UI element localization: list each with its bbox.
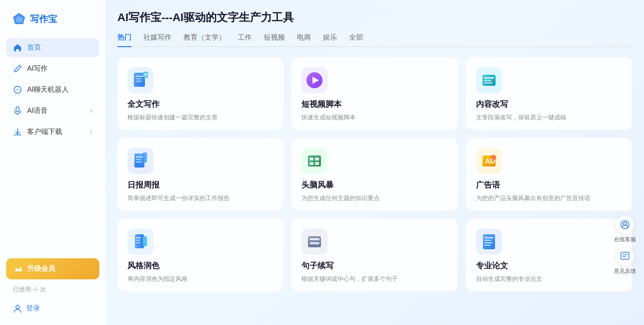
tab-entertainment[interactable]: 娱乐 xyxy=(323,33,337,47)
svg-rect-44 xyxy=(309,238,319,240)
tab-work[interactable]: 工作 xyxy=(238,33,252,47)
chevron-right-icon: › xyxy=(90,107,92,114)
card-icon-rewrite xyxy=(476,67,502,93)
user-icon xyxy=(13,304,22,313)
login-label: 登录 xyxy=(26,304,40,313)
sidebar-item-ai-voice-label: AI语音 xyxy=(27,106,48,115)
card-ad-desc: 为您的产品头脑风暴出有创意的广告宣传语 xyxy=(476,194,622,203)
card-content-rewrite[interactable]: 内容改写 文章段落改写，保留原义一键成稿 xyxy=(466,57,632,130)
card-ad-title: 广告语 xyxy=(476,180,622,191)
online-service-button[interactable]: 在线客服 xyxy=(612,216,638,243)
crown-icon xyxy=(14,264,23,273)
svg-rect-46 xyxy=(483,234,495,249)
sidebar-item-home[interactable]: 首页 xyxy=(6,38,99,57)
cards-grid: 全文写作 根据标题快速创建一篇完整的文章 短视频脚本 快速生成短视频脚本 xyxy=(117,57,632,291)
svg-point-4 xyxy=(16,89,17,90)
card-short-video-desc: 快速生成短视频脚本 xyxy=(301,113,447,122)
tab-social[interactable]: 社媒写作 xyxy=(143,33,172,47)
card-icon-brainstorm xyxy=(301,148,328,174)
card-paper-title: 专业论文 xyxy=(476,261,622,271)
voice-icon xyxy=(13,106,22,115)
login-button[interactable]: 登录 xyxy=(6,300,99,317)
svg-rect-21 xyxy=(484,77,494,79)
online-service-label: 在线客服 xyxy=(614,236,636,243)
card-brainstorm[interactable]: 头脑风暴 为您生成任何主题的知识要点 xyxy=(291,138,457,211)
card-style-title: 风格润色 xyxy=(127,261,273,271)
svg-text:!: ! xyxy=(492,156,494,160)
sidebar-item-download[interactable]: 客户端下载 › xyxy=(6,122,99,141)
card-ad-copy[interactable]: AD ! 广告语 为您的产品头脑风暴出有创意的广告宣传语 xyxy=(466,138,632,211)
card-short-video-script[interactable]: 短视频脚本 快速生成短视频脚本 xyxy=(291,57,457,130)
tab-education[interactable]: 教育（文学） xyxy=(184,33,226,47)
float-panel: 在线客服 意见反馈 xyxy=(612,216,638,275)
card-continue-desc: 根据关键词或中心句，扩展多个句子 xyxy=(301,274,447,283)
svg-rect-48 xyxy=(485,240,492,241)
svg-rect-43 xyxy=(308,236,321,247)
card-full-writing-title: 全文写作 xyxy=(127,99,273,110)
card-icon-continue xyxy=(301,229,328,255)
card-icon-paper xyxy=(476,229,502,255)
sidebar-item-download-label: 客户端下载 xyxy=(27,127,62,136)
svg-rect-33 xyxy=(315,162,319,165)
svg-rect-26 xyxy=(136,159,141,160)
svg-rect-45 xyxy=(309,242,319,244)
sidebar-item-ai-chat-label: AI聊天机器人 xyxy=(27,85,69,94)
svg-rect-23 xyxy=(484,82,493,84)
card-icon-short-video xyxy=(301,67,328,93)
svg-rect-15 xyxy=(143,72,148,78)
svg-rect-50 xyxy=(485,245,491,246)
card-icon-report xyxy=(127,148,153,174)
chevron-right-icon-2: › xyxy=(90,128,92,135)
card-paper-desc: 自动生成完整的专业论文 xyxy=(476,274,622,283)
svg-rect-12 xyxy=(136,76,143,77)
pen-icon xyxy=(13,64,22,73)
headset-icon xyxy=(616,216,634,234)
download-icon xyxy=(13,127,22,136)
card-continue-title: 句子续写 xyxy=(301,261,447,271)
feedback-button[interactable]: 意见反馈 xyxy=(612,247,638,275)
card-full-writing-desc: 根据标题快速创建一篇完整的文章 xyxy=(127,113,273,122)
svg-point-52 xyxy=(623,222,626,225)
card-full-writing[interactable]: 全文写作 根据标题快速创建一篇完整的文章 xyxy=(117,57,283,130)
sidebar-item-ai-voice[interactable]: AI语音 › xyxy=(6,101,99,120)
card-sentence-continue[interactable]: 句子续写 根据关键词或中心句，扩展多个句子 xyxy=(291,219,457,291)
svg-rect-47 xyxy=(485,237,494,238)
card-rewrite-title: 内容改写 xyxy=(476,99,622,110)
svg-point-6 xyxy=(19,89,20,90)
svg-rect-40 xyxy=(136,237,141,238)
feedback-label: 意见反馈 xyxy=(614,267,636,275)
card-short-video-title: 短视频脚本 xyxy=(301,99,447,110)
svg-rect-32 xyxy=(309,162,313,165)
sidebar-item-ai-write[interactable]: AI写作 xyxy=(6,59,99,78)
svg-rect-31 xyxy=(315,157,319,160)
card-brainstorm-desc: 为您生成任何主题的知识要点 xyxy=(301,194,447,203)
page-title: AI写作宝---AI驱动的文字生产力工具 xyxy=(117,10,632,25)
card-academic-paper[interactable]: 专业论文 自动生成完整的专业论文 xyxy=(466,219,632,291)
card-style-polish[interactable]: 风格润色 将内容润色为指定风格 xyxy=(117,219,283,291)
logo-text: 写作宝 xyxy=(30,13,57,25)
tab-all[interactable]: 全部 xyxy=(349,33,363,47)
main-content: AI写作宝---AI驱动的文字生产力工具 热门 社媒写作 教育（文学） 工作 短… xyxy=(105,0,644,325)
svg-rect-28 xyxy=(143,152,147,162)
svg-rect-13 xyxy=(136,78,141,79)
svg-rect-38 xyxy=(135,234,144,248)
tab-short-video[interactable]: 短视频 xyxy=(264,33,285,47)
feedback-icon xyxy=(616,247,634,265)
svg-point-5 xyxy=(17,89,18,90)
home-icon xyxy=(13,43,22,52)
svg-point-9 xyxy=(16,305,20,309)
svg-rect-41 xyxy=(136,240,140,241)
tab-hot[interactable]: 热门 xyxy=(117,33,131,47)
chat-icon xyxy=(13,85,22,94)
svg-rect-25 xyxy=(136,156,143,157)
svg-rect-39 xyxy=(143,236,147,246)
card-rewrite-desc: 文章段落改写，保留原义一键成稿 xyxy=(476,113,622,122)
upgrade-button[interactable]: 升级会员 xyxy=(6,258,99,279)
sidebar-item-ai-write-label: AI写作 xyxy=(27,64,48,73)
sidebar-item-ai-chat[interactable]: AI聊天机器人 xyxy=(6,80,99,99)
card-daily-report[interactable]: 日报周报 简单描述即可生成一份详实的工作报告 xyxy=(117,138,283,211)
tab-ecommerce[interactable]: 电商 xyxy=(297,33,311,47)
svg-rect-42 xyxy=(136,242,140,243)
svg-rect-7 xyxy=(16,107,19,112)
card-style-desc: 将内容润色为指定风格 xyxy=(127,274,273,283)
